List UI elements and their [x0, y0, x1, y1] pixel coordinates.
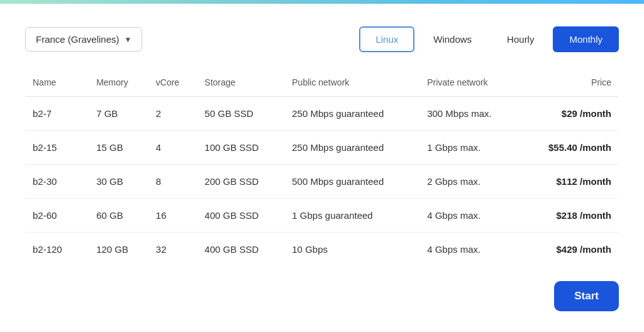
col-header-name: Name — [25, 70, 89, 97]
page-wrapper: France (Gravelines) ▼ Linux Windows Hour… — [0, 0, 644, 332]
region-label: France (Gravelines) — [36, 34, 119, 45]
cell-vcore: 16 — [148, 199, 197, 233]
cell-private-network: 4 Gbps max. — [419, 233, 520, 267]
cell-name: b2-120 — [25, 233, 89, 267]
cell-public-network: 250 Mbps guaranteed — [284, 131, 419, 165]
cell-name: b2-7 — [25, 97, 89, 131]
col-header-public-network: Public network — [284, 70, 419, 97]
cell-private-network: 2 Gbps max. — [419, 165, 520, 199]
chevron-down-icon: ▼ — [125, 35, 132, 44]
cell-vcore: 4 — [148, 131, 197, 165]
cell-storage: 400 GB SSD — [197, 199, 284, 233]
cell-public-network: 1 Gbps guaranteed — [284, 199, 419, 233]
cell-name: b2-60 — [25, 199, 89, 233]
col-header-price: Price — [520, 70, 619, 97]
col-header-vcore: vCore — [148, 70, 197, 97]
cell-memory: 120 GB — [89, 233, 148, 267]
table-header-row: Name Memory vCore Storage Public network… — [25, 70, 619, 97]
cell-memory: 15 GB — [89, 131, 148, 165]
tab-windows[interactable]: Windows — [417, 26, 488, 52]
pricing-table: Name Memory vCore Storage Public network… — [25, 70, 619, 266]
cell-vcore: 32 — [148, 233, 197, 267]
tab-linux[interactable]: Linux — [359, 26, 414, 52]
cell-public-network: 10 Gbps — [284, 233, 419, 267]
col-header-storage: Storage — [197, 70, 284, 97]
table-row: b2-6060 GB16400 GB SSD1 Gbps guaranteed4… — [25, 199, 619, 233]
content-area: France (Gravelines) ▼ Linux Windows Hour… — [0, 4, 644, 332]
tab-monthly[interactable]: Monthly — [553, 26, 619, 52]
tab-hourly[interactable]: Hourly — [491, 26, 550, 52]
cell-price: $29 /month — [520, 97, 619, 131]
cell-name: b2-30 — [25, 165, 89, 199]
cell-vcore: 8 — [148, 165, 197, 199]
region-selector[interactable]: France (Gravelines) ▼ — [25, 27, 142, 52]
cell-memory: 30 GB — [89, 165, 148, 199]
cell-price: $429 /month — [520, 233, 619, 267]
cell-price: $55.40 /month — [520, 131, 619, 165]
filter-tabs: Linux Windows Hourly Monthly — [359, 26, 619, 52]
col-header-private-network: Private network — [419, 70, 520, 97]
cell-storage: 400 GB SSD — [197, 233, 284, 267]
cell-vcore: 2 — [148, 97, 197, 131]
col-header-memory: Memory — [89, 70, 148, 97]
cell-private-network: 1 Gbps max. — [419, 131, 520, 165]
cell-storage: 200 GB SSD — [197, 165, 284, 199]
start-button[interactable]: Start — [554, 281, 619, 311]
cell-name: b2-15 — [25, 131, 89, 165]
top-bar: France (Gravelines) ▼ Linux Windows Hour… — [25, 16, 619, 65]
start-btn-wrapper: Start — [25, 281, 619, 311]
cell-storage: 100 GB SSD — [197, 131, 284, 165]
table-row: b2-3030 GB8200 GB SSD500 Mbps guaranteed… — [25, 165, 619, 199]
cell-private-network: 300 Mbps max. — [419, 97, 520, 131]
cell-public-network: 500 Mbps guaranteed — [284, 165, 419, 199]
cell-public-network: 250 Mbps guaranteed — [284, 97, 419, 131]
cell-price: $218 /month — [520, 199, 619, 233]
cell-price: $112 /month — [520, 165, 619, 199]
table-row: b2-1515 GB4100 GB SSD250 Mbps guaranteed… — [25, 131, 619, 165]
cell-memory: 7 GB — [89, 97, 148, 131]
table-row: b2-77 GB250 GB SSD250 Mbps guaranteed300… — [25, 97, 619, 131]
cell-storage: 50 GB SSD — [197, 97, 284, 131]
cell-memory: 60 GB — [89, 199, 148, 233]
cell-private-network: 4 Gbps max. — [419, 199, 520, 233]
table-row: b2-120120 GB32400 GB SSD10 Gbps4 Gbps ma… — [25, 233, 619, 267]
